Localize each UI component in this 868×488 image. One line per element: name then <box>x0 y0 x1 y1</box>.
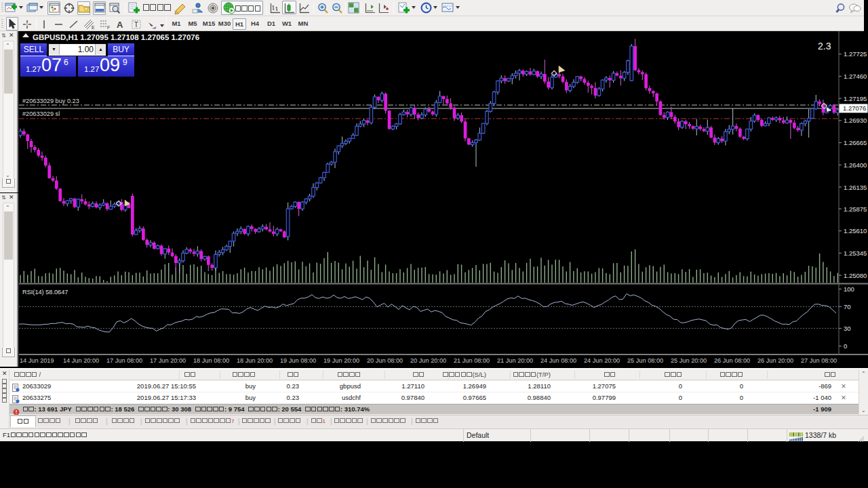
svg-text:#20633029 buy 0.23: #20633029 buy 0.23 <box>22 98 79 104</box>
svg-text:1.27076: 1.27076 <box>843 104 866 112</box>
svg-text:30: 30 <box>844 325 851 332</box>
svg-text:T: T <box>134 20 139 28</box>
svg-text:100: 100 <box>844 285 854 293</box>
svg-text:1.27195: 1.27195 <box>844 95 867 102</box>
svg-text:18 Jun 08:00: 18 Jun 08:00 <box>193 357 229 364</box>
svg-text:1.25080: 1.25080 <box>844 272 867 279</box>
svg-text:E: E <box>92 25 95 30</box>
svg-text:1.27725: 1.27725 <box>844 50 867 58</box>
svg-text:19 Jun 08:00: 19 Jun 08:00 <box>280 357 316 364</box>
svg-text:1.27460: 1.27460 <box>844 73 867 80</box>
svg-text:26 Jun 08:00: 26 Jun 08:00 <box>714 357 750 364</box>
svg-text:GBPUSD,H1 1.27095 1.27108 1.: GBPUSD,H1 1.27095 1.27108 1.27065 1.2707… <box>33 33 199 41</box>
svg-text:17 Jun 08:00: 17 Jun 08:00 <box>106 357 142 364</box>
svg-text:70: 70 <box>844 303 851 310</box>
svg-text:0: 0 <box>844 342 847 350</box>
svg-text:25 Jun 08:00: 25 Jun 08:00 <box>627 357 663 364</box>
svg-text:1.26665: 1.26665 <box>844 139 867 146</box>
svg-text:RSI(14) 58.0647: RSI(14) 58.0647 <box>22 289 68 296</box>
svg-text:24 Jun 20:00: 24 Jun 20:00 <box>584 357 620 364</box>
svg-text:27 Jun 08:00: 27 Jun 08:00 <box>801 357 837 364</box>
svg-text:17 Jun 20:00: 17 Jun 20:00 <box>150 357 186 364</box>
svg-text:19 Jun 20:00: 19 Jun 20:00 <box>323 357 359 364</box>
svg-text:21 Jun 20:00: 21 Jun 20:00 <box>497 357 533 364</box>
svg-text:1.25345: 1.25345 <box>844 249 867 257</box>
svg-text:A: A <box>117 20 123 30</box>
svg-text:14 Jun 20:00: 14 Jun 20:00 <box>63 357 99 364</box>
svg-text:26 Jun 20:00: 26 Jun 20:00 <box>757 357 793 364</box>
svg-text:20 Jun 20:00: 20 Jun 20:00 <box>410 357 446 364</box>
svg-text:1.25610: 1.25610 <box>844 227 867 235</box>
svg-text:F: F <box>107 25 110 30</box>
svg-text:21 Jun 08:00: 21 Jun 08:00 <box>454 357 490 364</box>
svg-text:1.26400: 1.26400 <box>844 161 867 169</box>
svg-text:1.25875: 1.25875 <box>844 205 867 213</box>
svg-text:20 Jun 08:00: 20 Jun 08:00 <box>367 357 403 364</box>
svg-text:18 Jun 20:00: 18 Jun 20:00 <box>237 357 273 364</box>
svg-text:24 Jun 08:00: 24 Jun 08:00 <box>540 357 576 364</box>
svg-text:#20633029 sl: #20633029 sl <box>22 110 60 117</box>
svg-text:14 Jun 2019: 14 Jun 2019 <box>20 357 54 364</box>
svg-text:25 Jun 20:00: 25 Jun 20:00 <box>671 357 707 364</box>
svg-text:2.3: 2.3 <box>818 41 831 52</box>
svg-text:1.26135: 1.26135 <box>844 184 867 191</box>
svg-text:1.26930: 1.26930 <box>844 117 867 124</box>
